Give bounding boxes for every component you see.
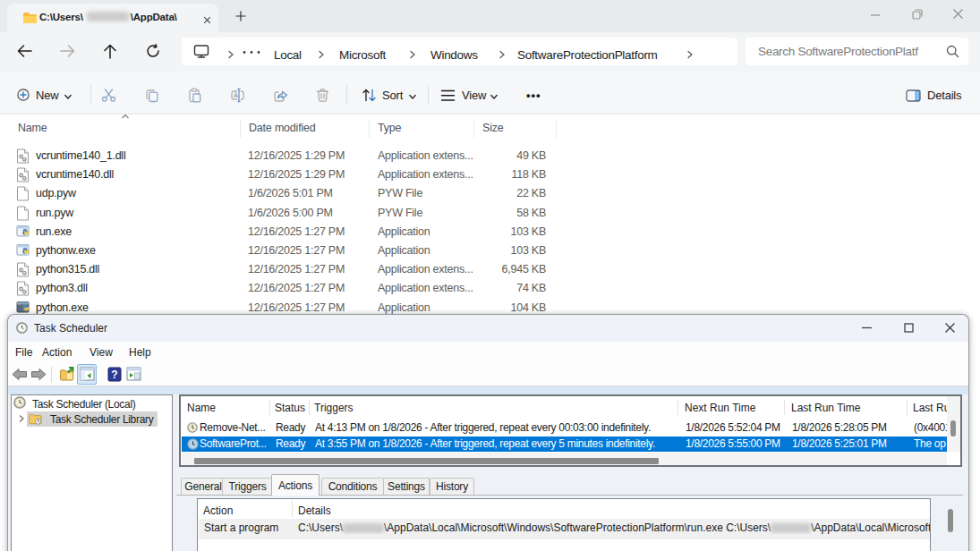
svg-text:?: ? <box>111 369 117 381</box>
